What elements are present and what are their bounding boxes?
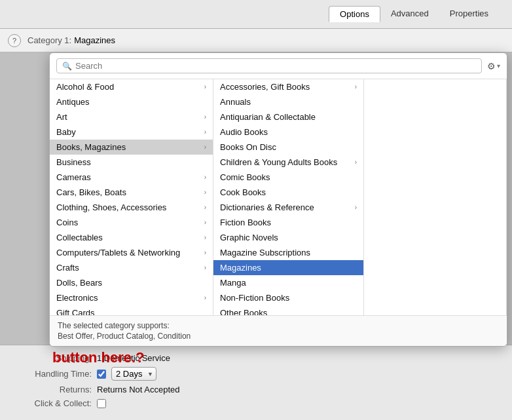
tab-group: Options Advanced Properties [329, 6, 499, 22]
chevron-right-icon: › [355, 204, 357, 211]
chevron-right-icon: › [355, 159, 357, 166]
col1-item[interactable]: Cars, Bikes, Boats› [50, 185, 213, 200]
returns-label: Returns: [13, 385, 92, 394]
handling-row: Handling Time: 2 Days 1 Day 3 Days 5 Day… [13, 367, 499, 381]
col2-item[interactable]: Annuals [213, 94, 363, 109]
category-column-2: Accessories, Gift Books›AnnualsAntiquari… [213, 79, 364, 315]
col2-item[interactable]: Cook Books [213, 185, 363, 200]
handling-checkbox[interactable] [97, 370, 106, 379]
tab-properties[interactable]: Properties [439, 6, 499, 22]
chevron-right-icon: › [204, 128, 206, 136]
handling-select[interactable]: 2 Days 1 Day 3 Days 5 Days [111, 367, 156, 381]
status-line1: The selected category supports: [58, 321, 499, 330]
col2-item[interactable]: Manga [213, 275, 363, 290]
handling-label: Handling Time: [13, 369, 92, 379]
chevron-right-icon: › [355, 83, 357, 90]
col1-item[interactable]: Art› [50, 109, 213, 124]
gear-icon: ⚙ [487, 61, 496, 71]
chevron-right-icon: › [204, 113, 206, 121]
col2-item[interactable]: Children & Young Adults Books› [213, 155, 363, 170]
chevron-down-icon: ▾ [497, 62, 500, 69]
col1-item[interactable]: Clothing, Shoes, Accessories› [50, 200, 213, 215]
col2-item[interactable]: Audio Books [213, 124, 363, 140]
col2-item[interactable]: Books On Disc [213, 140, 363, 155]
top-bar: Options Advanced Properties [0, 0, 512, 29]
search-input[interactable] [75, 61, 476, 71]
shipping-value: 1 Domestic Service [97, 353, 170, 363]
chevron-right-icon: › [204, 204, 206, 211]
collect-checkbox[interactable] [97, 399, 106, 408]
col1-item[interactable]: Electronics› [50, 290, 213, 305]
gear-settings-button[interactable]: ⚙ ▾ [487, 61, 500, 71]
col1-item[interactable]: Gift Cards [50, 305, 213, 315]
category-value: Magazines [74, 35, 115, 45]
category-label: Category 1: [27, 35, 71, 45]
collect-row: Click & Collect: [13, 398, 499, 408]
col1-item[interactable]: Antiques [50, 94, 213, 109]
col1-item[interactable]: Collectables› [50, 230, 213, 245]
search-input-wrapper: 🔍 [56, 58, 482, 73]
col2-item[interactable]: Comic Books [213, 170, 363, 185]
col1-item[interactable]: Baby› [50, 124, 213, 140]
chevron-right-icon: › [204, 294, 206, 301]
col2-item[interactable]: Graphic Novels [213, 230, 363, 245]
chevron-right-icon: › [204, 249, 206, 256]
tab-options[interactable]: Options [329, 6, 380, 22]
tab-advanced[interactable]: Advanced [380, 6, 439, 22]
col2-item[interactable]: Other Books [213, 305, 363, 315]
category-column-3 [364, 79, 507, 315]
chevron-right-icon: › [204, 83, 206, 90]
col1-item[interactable]: Business [50, 155, 213, 170]
status-line2: Best Offer, Product Catalog, Condition [58, 332, 499, 341]
col1-item[interactable]: Alcohol & Food› [50, 79, 213, 94]
chevron-right-icon: › [204, 189, 206, 196]
help-button[interactable]: ? [8, 34, 21, 47]
col2-item[interactable]: Non-Fiction Books [213, 290, 363, 305]
col2-item[interactable]: Dictionaries & Reference› [213, 200, 363, 215]
col1-item[interactable]: Dolls, Bears [50, 275, 213, 290]
category-column-1: Alcohol & Food›AntiquesArt›Baby›Books, M… [50, 79, 213, 315]
chevron-right-icon: › [204, 219, 206, 226]
chevron-right-icon: › [204, 264, 206, 271]
returns-row: Returns: Returns Not Accepted [13, 385, 499, 394]
col1-item[interactable]: Coins› [50, 215, 213, 230]
search-icon: 🔍 [62, 62, 72, 71]
category-bar: ? Category 1: Magazines [0, 29, 512, 52]
status-bar: The selected category supports: Best Off… [50, 315, 507, 346]
handling-select-wrapper: 2 Days 1 Day 3 Days 5 Days [111, 367, 156, 381]
col2-item[interactable]: Fiction Books [213, 215, 363, 230]
chevron-right-icon: › [204, 174, 206, 181]
dropdown-panel: 🔍 ⚙ ▾ Alcohol & Food›AntiquesArt›Baby›Bo… [49, 52, 507, 347]
col2-item[interactable]: Magazines [213, 260, 363, 275]
col1-item[interactable]: Books, Magazines› [50, 140, 213, 155]
collect-label: Click & Collect: [13, 398, 92, 408]
col2-item[interactable]: Antiquarian & Collectable [213, 109, 363, 124]
col1-item[interactable]: Computers/Tablets & Networking› [50, 245, 213, 260]
search-bar: 🔍 ⚙ ▾ [50, 53, 507, 79]
col2-item[interactable]: Magazine Subscriptions [213, 245, 363, 260]
returns-value: Returns Not Accepted [97, 385, 179, 394]
shipping-label: Shipping: [13, 353, 92, 363]
col1-item[interactable]: Crafts› [50, 260, 213, 275]
shipping-row: Shipping: 1 Domestic Service [13, 353, 499, 363]
chevron-right-icon: › [204, 143, 206, 151]
form-area: Shipping: 1 Domestic Service Handling Ti… [0, 345, 512, 420]
col2-item[interactable]: Accessories, Gift Books› [213, 79, 363, 94]
col1-item[interactable]: Cameras› [50, 170, 213, 185]
chevron-right-icon: › [204, 234, 206, 241]
columns-wrapper: Alcohol & Food›AntiquesArt›Baby›Books, M… [50, 79, 507, 315]
